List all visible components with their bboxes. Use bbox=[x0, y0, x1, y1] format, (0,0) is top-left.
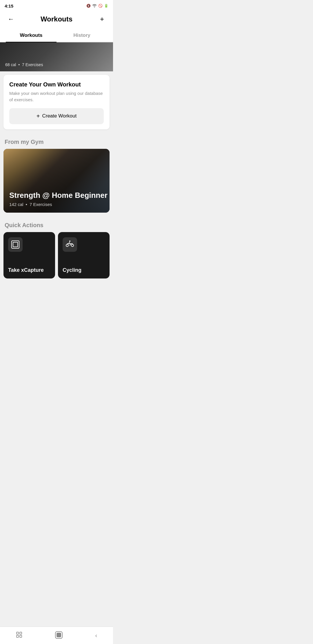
add-button[interactable]: + bbox=[97, 14, 107, 24]
top-workout-meta: 68 cal • 7 Exercises bbox=[5, 62, 43, 67]
cycling-label: Cycling bbox=[63, 267, 105, 273]
muted-icon: 🔇 bbox=[86, 4, 91, 8]
top-workout-info: 68 cal • 7 Exercises bbox=[5, 62, 43, 67]
capture-icon-container bbox=[8, 237, 23, 252]
cycling-icon-container bbox=[63, 237, 77, 252]
gym-workout-card[interactable]: Strength @ Home Beginner 142 cal • 7 Exe… bbox=[3, 149, 110, 213]
tab-bar: Workouts History bbox=[0, 29, 113, 42]
status-bar: 4:15 🔇 🚫 🔋 bbox=[0, 0, 113, 10]
capture-icon bbox=[11, 240, 19, 249]
tab-workouts[interactable]: Workouts bbox=[6, 29, 57, 42]
quick-actions-header: Quick Actions bbox=[0, 217, 113, 232]
page-title: Workouts bbox=[41, 15, 72, 23]
top-workout-card[interactable]: 68 cal • 7 Exercises bbox=[0, 42, 113, 71]
status-time: 4:15 bbox=[5, 3, 13, 8]
create-btn-plus-icon: + bbox=[37, 113, 40, 120]
quick-actions-cards: Take xCapture Cycling bbox=[0, 232, 113, 283]
create-workout-desc: Make your own workout plan using our dat… bbox=[9, 90, 104, 103]
back-button[interactable]: ← bbox=[6, 14, 16, 24]
create-workout-button[interactable]: + Create Workout bbox=[9, 108, 104, 124]
cycling-icon bbox=[66, 240, 74, 249]
from-my-gym-section: From my Gym Strength @ Home Beginner 142… bbox=[0, 134, 113, 213]
gym-workout-info: Strength @ Home Beginner 142 cal • 7 Exe… bbox=[9, 191, 108, 207]
quick-action-capture[interactable]: Take xCapture bbox=[3, 232, 55, 278]
battery-icon: 🔋 bbox=[104, 4, 108, 8]
gym-workout-title: Strength @ Home Beginner bbox=[9, 191, 108, 200]
svg-point-0 bbox=[66, 244, 68, 247]
header: ← Workouts + bbox=[0, 10, 113, 29]
quick-actions-section: Quick Actions Take xCapture bbox=[0, 217, 113, 283]
create-workout-title: Create Your Own Workout bbox=[9, 81, 104, 88]
quick-action-cycling[interactable]: Cycling bbox=[58, 232, 110, 278]
wifi-icon bbox=[92, 4, 97, 8]
svg-point-1 bbox=[71, 244, 74, 247]
capture-label: Take xCapture bbox=[8, 267, 50, 273]
status-icons: 🔇 🚫 🔋 bbox=[86, 4, 108, 8]
tab-history[interactable]: History bbox=[57, 29, 107, 42]
create-workout-card: Create Your Own Workout Make your own wo… bbox=[3, 75, 110, 129]
block-icon: 🚫 bbox=[98, 4, 103, 8]
from-my-gym-header: From my Gym bbox=[0, 134, 113, 149]
gym-workout-meta: 142 cal • 7 Exercises bbox=[9, 202, 108, 207]
